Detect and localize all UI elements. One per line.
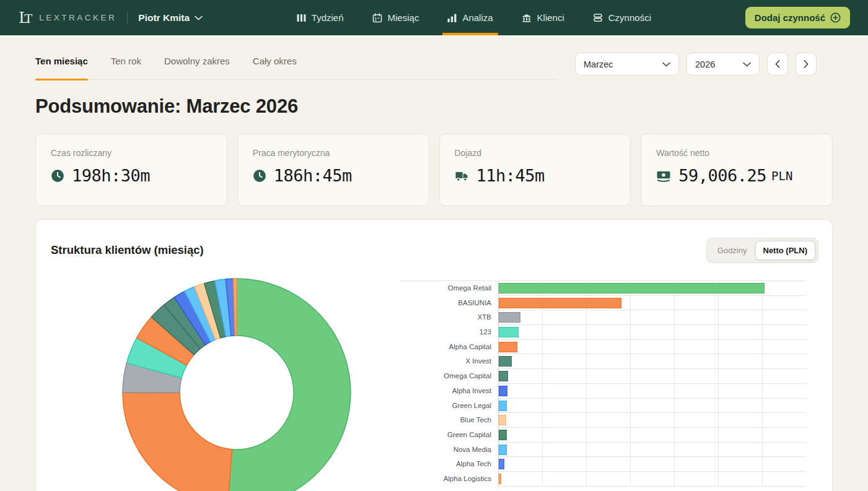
bar-row: Green Capital <box>400 428 806 443</box>
donut-slice[interactable] <box>227 279 351 491</box>
stat-label: Czas rozliczany <box>51 148 212 158</box>
bar-category-label: Alpha Capital <box>400 340 498 355</box>
month-select[interactable]: Marzec <box>575 53 679 76</box>
page-title: Podsumowanie: Marzec 2026 <box>35 95 833 118</box>
bar-category-label: Alpha Invest <box>400 384 498 399</box>
donut-chart <box>36 280 383 491</box>
bar-category-label: Green Capital <box>400 428 498 443</box>
bar-category-label: Green Legal <box>400 399 498 414</box>
add-activity-label: Dodaj czynność <box>755 12 825 23</box>
stat-card-dojazd: Dojazd 11h:45m <box>439 134 631 206</box>
nav-label: Miesiąc <box>388 12 419 23</box>
tab-dowolny-zakres[interactable]: Dowolny zakres <box>164 56 230 79</box>
bar-chart-icon <box>447 14 457 22</box>
stat-label: Wartość netto <box>656 148 817 158</box>
prev-period-button[interactable] <box>767 53 788 76</box>
bar-track <box>498 354 806 369</box>
user-menu[interactable]: Piotr Kmita <box>138 12 203 24</box>
bar[interactable] <box>499 459 504 469</box>
donut-slice[interactable] <box>123 393 232 491</box>
bar-row: BASIUNIA <box>400 296 806 311</box>
stat-card-praca-merytoryczna: Praca merytoryczna 186h:45m <box>237 134 429 206</box>
donut-svg <box>119 275 354 491</box>
brand-name: LEXTRACKER <box>39 13 116 22</box>
bar-row: Alpha Tech <box>400 457 806 472</box>
period-controls: Marzec 2026 <box>575 53 817 76</box>
clock-icon <box>253 169 266 183</box>
bar[interactable] <box>499 327 519 337</box>
nav-item-analiza[interactable]: Analiza <box>447 0 493 35</box>
period-tabs: Ten miesiąc Ten rok Dowolny zakres Cały … <box>35 56 558 80</box>
bar-row: 123 <box>400 325 806 340</box>
nav-label: Analiza <box>462 12 493 23</box>
bar-row: Nova Media <box>400 443 806 458</box>
bar-row: Alpha Capital <box>400 340 806 355</box>
nav-item-miesiac[interactable]: Miesiąc <box>372 0 419 35</box>
bar[interactable] <box>499 474 501 484</box>
bar-track <box>498 384 806 399</box>
tab-ten-miesiac[interactable]: Ten miesiąc <box>35 56 88 79</box>
plus-circle-icon <box>830 12 841 23</box>
next-period-button[interactable] <box>796 53 817 76</box>
app-header: LT LEXTRACKER Piotr Kmita Tydzień Miesią… <box>0 0 868 35</box>
bar[interactable] <box>499 356 512 367</box>
bar[interactable] <box>499 312 520 323</box>
bar[interactable] <box>499 401 507 411</box>
bar-track <box>498 369 806 384</box>
truck-icon <box>455 170 469 182</box>
chevron-down-icon <box>743 62 751 67</box>
stat-value: 59,006.25 <box>678 166 766 185</box>
year-select[interactable]: 2026 <box>686 53 760 76</box>
bar[interactable] <box>499 371 508 381</box>
nav-item-czynnosci[interactable]: Czynności <box>593 0 651 35</box>
stack-icon <box>593 13 603 22</box>
bar-row: Alpha Invest <box>400 384 806 399</box>
stat-label: Praca merytoryczna <box>253 148 414 158</box>
bar[interactable] <box>499 430 507 440</box>
bar[interactable] <box>499 298 621 308</box>
bar-track <box>498 340 806 355</box>
add-activity-button[interactable]: Dodaj czynność <box>745 7 850 28</box>
banknote-icon <box>656 169 671 182</box>
stat-value: 11h:45m <box>476 166 545 185</box>
stat-unit: PLN <box>771 169 792 183</box>
header-divider <box>127 11 128 25</box>
bar[interactable] <box>499 342 517 352</box>
toggle-godziny-button[interactable]: Godziny <box>709 241 755 260</box>
bar-track <box>498 399 806 414</box>
stat-card-wartosc-netto: Wartość netto 59,006.25 PLN <box>641 134 833 206</box>
bar-category-label: XTB <box>400 310 498 325</box>
chevron-down-icon <box>662 62 670 67</box>
bar-track <box>498 325 806 340</box>
nav-label: Klienci <box>537 12 564 23</box>
bar[interactable] <box>499 415 506 425</box>
chevron-left-icon <box>775 60 780 68</box>
bank-icon <box>522 13 532 22</box>
bar-category-label: Alpha Logistics <box>400 472 498 487</box>
tab-caly-okres[interactable]: Cały okres <box>253 56 297 79</box>
bar-track <box>498 296 806 311</box>
bar-category-label: Blue Tech <box>400 413 498 428</box>
nav-label: Czynności <box>608 12 651 23</box>
bar-row: Green Legal <box>400 399 806 414</box>
bar-chart: Omega RetailBASIUNIAXTB123Alpha CapitalX… <box>400 280 806 491</box>
nav-label: Tydzień <box>312 12 344 23</box>
bar-track <box>498 443 806 458</box>
period-row: Ten miesiąc Ten rok Dowolny zakres Cały … <box>35 35 833 79</box>
nav-item-tydzien[interactable]: Tydzień <box>297 0 344 35</box>
bar-track <box>498 472 806 487</box>
bar[interactable] <box>499 283 765 293</box>
nav-item-klienci[interactable]: Klienci <box>522 0 564 35</box>
toggle-netto-button[interactable]: Netto (PLN) <box>755 241 816 260</box>
stat-label: Dojazd <box>455 148 616 158</box>
main-nav: Tydzień Miesiąc Analiza Klienci Czynnośc… <box>297 0 651 35</box>
bar[interactable] <box>499 386 507 396</box>
bar-track <box>498 281 806 296</box>
stats-row: Czas rozliczany 198h:30m Praca merytoryc… <box>35 134 833 206</box>
tab-ten-rok[interactable]: Ten rok <box>111 56 141 79</box>
card-title: Struktura klientów (miesiąc) <box>51 243 204 257</box>
chevron-down-icon <box>195 15 203 20</box>
bar-row: Omega Retail <box>400 281 806 296</box>
unit-toggle: Godziny Netto (PLN) <box>706 238 818 263</box>
bar[interactable] <box>499 445 507 455</box>
